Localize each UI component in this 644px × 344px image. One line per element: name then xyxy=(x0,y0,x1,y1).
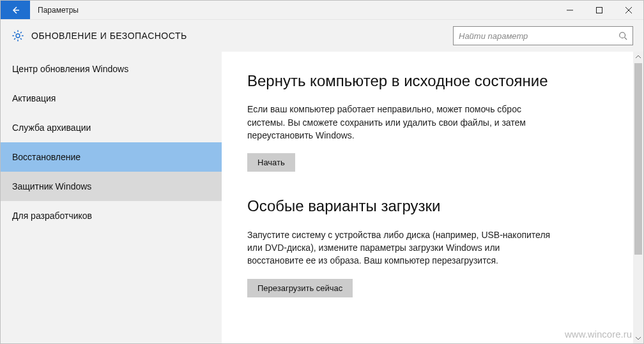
restart-now-button[interactable]: Перезагрузить сейчас xyxy=(247,279,353,297)
section-heading: Особые варианты загрузки xyxy=(247,196,554,216)
sidebar-item-backup[interactable]: Служба архивации xyxy=(1,113,222,142)
content: Вернуть компьютер в исходное состояние Е… xyxy=(222,52,633,343)
section-advanced-startup: Особые варианты загрузки Запустите систе… xyxy=(247,196,554,297)
titlebar-spacer xyxy=(79,1,555,19)
start-reset-button[interactable]: Начать xyxy=(247,153,295,172)
close-icon xyxy=(625,7,632,13)
back-arrow-icon xyxy=(10,5,20,15)
minimize-icon xyxy=(567,7,573,13)
back-button[interactable] xyxy=(1,1,30,19)
page-title: ОБНОВЛЕНИЕ И БЕЗОПАСНОСТЬ xyxy=(31,31,187,41)
section-body: Если ваш компьютер работает неправильно,… xyxy=(247,103,554,142)
vertical-scrollbar[interactable] xyxy=(633,52,643,343)
section-body: Запустите систему с устройства либо диск… xyxy=(247,228,554,267)
chevron-down-icon xyxy=(636,336,641,341)
sidebar-item-defender[interactable]: Защитник Windows xyxy=(1,172,222,201)
gear-icon xyxy=(11,29,25,43)
sidebar-item-windows-update[interactable]: Центр обновления Windows xyxy=(1,54,222,84)
sidebar: Центр обновления Windows Активация Служб… xyxy=(1,52,222,343)
svg-rect-0 xyxy=(597,7,602,13)
search-box[interactable] xyxy=(453,26,633,45)
sidebar-item-label: Служба архивации xyxy=(12,123,91,133)
body: Центр обновления Windows Активация Служб… xyxy=(1,52,643,343)
sidebar-item-label: Активация xyxy=(12,93,56,103)
scrollbar-thumb[interactable] xyxy=(634,63,642,255)
titlebar: Параметры xyxy=(1,1,643,20)
section-reset-pc: Вернуть компьютер в исходное состояние Е… xyxy=(247,71,554,172)
sidebar-item-label: Защитник Windows xyxy=(12,181,91,191)
sidebar-item-recovery[interactable]: Восстановление xyxy=(1,142,222,172)
content-wrap: Вернуть компьютер в исходное состояние Е… xyxy=(222,52,643,343)
search-icon xyxy=(618,31,627,40)
svg-point-1 xyxy=(16,34,20,38)
scrollbar-down-button[interactable] xyxy=(633,333,643,343)
minimize-button[interactable] xyxy=(555,1,585,19)
sidebar-item-activation[interactable]: Активация xyxy=(1,84,222,113)
maximize-button[interactable] xyxy=(585,1,614,19)
search-input[interactable] xyxy=(459,31,618,41)
sidebar-item-label: Центр обновления Windows xyxy=(12,64,128,74)
maximize-icon xyxy=(596,7,602,13)
sidebar-item-label: Для разработчиков xyxy=(12,211,92,221)
section-heading: Вернуть компьютер в исходное состояние xyxy=(247,71,554,91)
chevron-up-icon xyxy=(636,54,641,59)
window-controls xyxy=(555,1,643,19)
scrollbar-up-button[interactable] xyxy=(633,52,643,62)
svg-point-2 xyxy=(620,33,625,38)
header: ОБНОВЛЕНИЕ И БЕЗОПАСНОСТЬ xyxy=(1,20,643,52)
sidebar-item-label: Восстановление xyxy=(12,152,80,162)
settings-window: Параметры ОБНОВЛЕНИЕ И БЕЗОПАСНОСТЬ xyxy=(0,0,644,344)
close-button[interactable] xyxy=(614,1,643,19)
sidebar-item-developers[interactable]: Для разработчиков xyxy=(1,201,222,230)
window-title: Параметры xyxy=(30,1,79,19)
